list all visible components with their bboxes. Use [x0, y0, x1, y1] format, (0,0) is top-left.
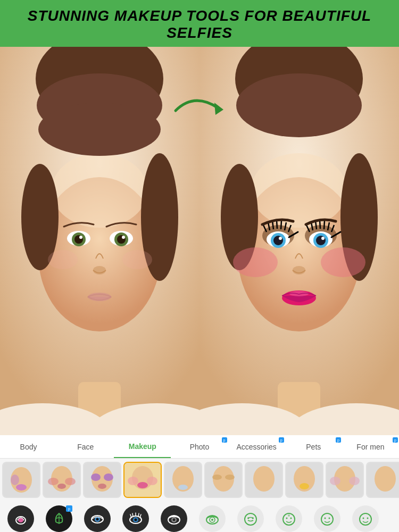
thumbnail-5[interactable] — [164, 462, 202, 498]
svg-point-85 — [375, 466, 396, 492]
svg-point-82 — [330, 477, 340, 485]
lipstick-icon-circle — [7, 505, 34, 532]
svg-point-117 — [367, 518, 369, 519]
tools-row: Lipstick p Blusher Eye shadow — [0, 501, 399, 532]
photo-tab-badge: p — [222, 437, 227, 443]
photo-before — [0, 47, 200, 435]
svg-line-98 — [140, 514, 141, 518]
remove-pimples-icon-circle — [276, 505, 302, 532]
svg-point-101 — [173, 519, 176, 521]
svg-line-95 — [132, 513, 133, 517]
svg-point-74 — [225, 475, 235, 480]
svg-marker-23 — [214, 103, 223, 115]
svg-point-83 — [349, 477, 360, 485]
photo-after — [200, 47, 399, 435]
thumbnail-10[interactable] — [366, 462, 399, 498]
thumbnail-9[interactable] — [326, 462, 364, 498]
thumbnail-3[interactable] — [83, 462, 121, 498]
svg-point-42 — [316, 236, 326, 245]
svg-point-107 — [252, 518, 254, 519]
svg-point-38 — [273, 236, 283, 245]
svg-point-90 — [96, 518, 99, 521]
svg-point-31 — [251, 153, 347, 228]
svg-point-73 — [212, 475, 222, 480]
tab-pets[interactable]: Pets p — [285, 435, 342, 458]
svg-point-109 — [286, 518, 288, 519]
svg-point-105 — [245, 513, 256, 525]
tool-remove-pimples[interactable]: Remove pimples — [270, 505, 307, 532]
svg-point-114 — [329, 518, 330, 519]
eyeshadow-icon-circle — [84, 505, 111, 532]
svg-point-87 — [18, 518, 23, 522]
eyelashes-icon-circle — [122, 505, 149, 532]
image-area — [0, 47, 399, 435]
remove-moles-icon-circle — [314, 505, 340, 532]
svg-point-20 — [88, 293, 111, 301]
svg-point-21 — [48, 250, 78, 269]
svg-point-76 — [253, 466, 275, 492]
tab-formen[interactable]: For men p — [342, 435, 399, 458]
accessories-tab-badge: p — [279, 437, 284, 443]
svg-line-94 — [130, 514, 131, 518]
svg-point-60 — [91, 473, 101, 481]
header: STUNNING MAKEUP TOOLS FOR BEAUTIFUL SELF… — [0, 0, 399, 47]
svg-point-113 — [325, 518, 326, 519]
svg-point-7 — [52, 153, 147, 228]
before-after-arrow — [173, 89, 226, 123]
thumbnail-4-selected[interactable] — [123, 462, 162, 498]
tab-makeup[interactable]: Makeup — [114, 435, 171, 458]
svg-point-10 — [38, 103, 161, 156]
thumbnail-7[interactable] — [245, 462, 283, 498]
thumbnails-row — [0, 459, 399, 501]
svg-point-46 — [321, 247, 365, 277]
tool-blusher[interactable]: p Blusher — [40, 505, 78, 532]
change-eyebrows-icon-circle — [199, 505, 226, 532]
svg-point-14 — [79, 236, 82, 239]
svg-point-51 — [16, 484, 27, 491]
svg-point-52 — [11, 475, 19, 485]
tool-lipstick[interactable]: Lipstick — [2, 505, 39, 532]
tool-change-eyebrows[interactable]: Change eyebrows — [194, 505, 231, 532]
tab-body[interactable]: Body — [0, 435, 57, 458]
svg-point-106 — [248, 518, 250, 519]
svg-point-110 — [290, 518, 292, 519]
pets-tab-badge: p — [336, 437, 341, 443]
tool-eyeshadow[interactable]: Eye shadow — [79, 505, 116, 532]
svg-point-61 — [104, 473, 113, 481]
thumbnail-2[interactable] — [43, 462, 81, 498]
eyebrows-correction-icon-circle — [161, 505, 187, 532]
svg-point-66 — [147, 477, 157, 485]
tool-eyelashes[interactable]: Eyelashes — [117, 505, 154, 532]
svg-point-22 — [122, 250, 152, 269]
tool-eyebrows-correction[interactable]: Eyebrows correction — [155, 505, 193, 532]
tab-accessories[interactable]: Accessories p — [228, 435, 285, 458]
svg-point-70 — [178, 485, 188, 490]
tool-remove-moles[interactable]: Remove moles — [309, 505, 346, 532]
svg-point-18 — [122, 236, 125, 239]
tool-smooth[interactable]: Smoo… — [347, 505, 384, 532]
header-title: STUNNING MAKEUP TOOLS FOR BEAUTIFUL SELF… — [11, 7, 388, 41]
tool-less-wrinkles[interactable]: Less wrinkles — [232, 505, 269, 532]
svg-point-48 — [289, 291, 309, 296]
thumbnail-1[interactable] — [2, 462, 40, 498]
thumbnail-8[interactable] — [285, 462, 323, 498]
nav-tabs: Body Face Makeup Photo p Accessories p P… — [0, 435, 399, 459]
thumbnail-6[interactable] — [204, 462, 243, 498]
smooth-icon-circle — [352, 505, 379, 532]
svg-point-112 — [321, 513, 333, 525]
svg-point-55 — [48, 478, 59, 485]
tab-face[interactable]: Face — [57, 435, 114, 458]
svg-point-93 — [135, 519, 137, 521]
svg-point-111 — [288, 514, 290, 517]
svg-point-39 — [279, 237, 282, 240]
formen-tab-badge: p — [393, 437, 398, 443]
svg-point-45 — [233, 247, 278, 277]
svg-point-67 — [137, 482, 148, 488]
blusher-icon-circle: p — [46, 505, 72, 532]
svg-point-116 — [363, 518, 364, 519]
tab-photo[interactable]: Photo p — [171, 435, 228, 458]
svg-line-97 — [138, 513, 139, 517]
svg-point-62 — [98, 484, 106, 489]
less-wrinkles-icon-circle — [237, 505, 264, 532]
svg-point-104 — [211, 519, 213, 521]
